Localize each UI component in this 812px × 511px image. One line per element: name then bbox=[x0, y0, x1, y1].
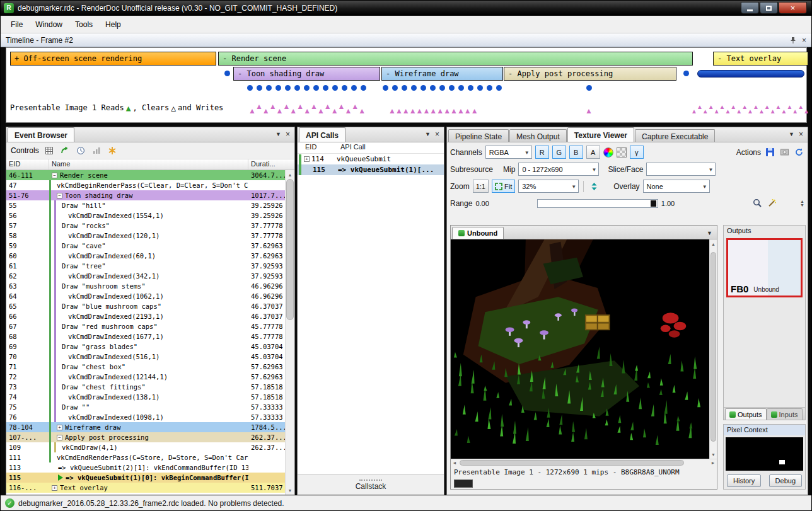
fb0-thumbnail[interactable]: FB0 Unbound bbox=[726, 238, 803, 297]
tab-pipeline-state[interactable]: Pipeline State bbox=[448, 129, 509, 142]
snapshot-icon[interactable] bbox=[779, 147, 790, 158]
tab-event-browser[interactable]: Event Browser bbox=[8, 127, 74, 142]
event-row[interactable]: 60vkCmdDrawIndexed(60,1)37.62963 bbox=[6, 251, 285, 261]
panel-close-icon[interactable]: × bbox=[435, 130, 439, 139]
timeline-bar-post-processing[interactable]: - Apply post processing bbox=[504, 67, 676, 81]
tab-texture-viewer[interactable]: Texture Viewer bbox=[567, 127, 634, 142]
tab-api-calls[interactable]: API Calls bbox=[299, 127, 345, 142]
autofit-wand-icon[interactable] bbox=[766, 198, 777, 209]
color-wheel-icon[interactable] bbox=[603, 147, 613, 158]
event-row[interactable]: 62vkCmdDrawIndexed(342,1)37.92593 bbox=[6, 271, 285, 281]
texture-image[interactable] bbox=[451, 239, 709, 459]
panel-close-icon[interactable]: × bbox=[286, 130, 290, 139]
zoom-combo[interactable]: 32%▼ bbox=[518, 180, 579, 193]
panel-close-icon[interactable]: × bbox=[799, 130, 803, 139]
refresh-icon[interactable] bbox=[793, 147, 804, 158]
event-row[interactable]: 67Draw "red mushroom caps"45.77778 bbox=[6, 321, 285, 331]
scroll-up-icon[interactable]: ▲ bbox=[710, 239, 717, 248]
event-row[interactable]: 64vkCmdDrawIndexed(1062,1)46.96296 bbox=[6, 291, 285, 301]
event-row[interactable]: 109vkCmdDraw(4,1)262.37... bbox=[6, 442, 285, 452]
mip-combo[interactable]: 0 - 1272x690▼ bbox=[518, 163, 599, 176]
panel-menu-icon[interactable]: ▼ bbox=[789, 131, 794, 137]
magnifier-icon[interactable] bbox=[751, 198, 763, 209]
timeline-bar-offscreen[interactable]: + Off-screen scene rendering bbox=[10, 52, 216, 66]
event-row[interactable]: 69Draw "grass blades"45.03704 bbox=[6, 342, 285, 352]
tree-expander[interactable]: − bbox=[57, 435, 62, 440]
channels-combo[interactable]: RGBA▼ bbox=[485, 146, 532, 159]
blue-channel-button[interactable]: B bbox=[569, 146, 583, 159]
tab-capture-executable[interactable]: Capture Executable bbox=[635, 129, 715, 142]
event-row[interactable]: 66vkCmdDrawIndexed(2193,1)46.37037 bbox=[6, 311, 285, 321]
pixel-context-view[interactable] bbox=[726, 437, 803, 471]
flip-y-icon[interactable] bbox=[588, 181, 600, 192]
event-row[interactable]: 111vkCmdEndRenderPass(C=Store, D=Store, … bbox=[6, 452, 285, 462]
event-row[interactable]: 76vkCmdDrawIndexed(1098,1)57.33333 bbox=[6, 412, 285, 422]
range-slider[interactable] bbox=[537, 199, 658, 208]
scroll-up-icon[interactable]: ▲ bbox=[286, 170, 294, 179]
timeline-bar-wireframe[interactable]: - Wireframe draw bbox=[381, 67, 503, 81]
scroll-down-icon[interactable]: ▼ bbox=[286, 486, 294, 495]
statistics-icon[interactable] bbox=[91, 145, 102, 156]
timeline-body[interactable]: + Off-screen scene rendering - Render sc… bbox=[6, 47, 807, 123]
tree-expander[interactable]: − bbox=[52, 173, 57, 178]
menu-file[interactable]: File bbox=[4, 17, 29, 32]
event-row[interactable]: 58vkCmdDrawIndexed(120,1)37.77778 bbox=[6, 231, 285, 241]
splitter-grip[interactable] bbox=[359, 479, 382, 481]
range-slider-handle[interactable] bbox=[651, 200, 656, 207]
event-row[interactable]: 51-76−Toon shading draw1017.7... bbox=[6, 190, 285, 200]
timeline-bar-text-overlay[interactable]: - Text overlay bbox=[713, 52, 808, 66]
event-row[interactable]: 55Draw "hill"39.25926 bbox=[6, 200, 285, 210]
scroll-down-icon[interactable]: ▼ bbox=[710, 450, 717, 459]
range-min-value[interactable]: 0.00 bbox=[475, 200, 489, 207]
debug-button[interactable]: Debug bbox=[769, 474, 802, 487]
minimize-button[interactable] bbox=[741, 2, 759, 14]
checkerboard-icon[interactable] bbox=[617, 147, 627, 158]
event-row[interactable]: 61Draw "tree"37.92593 bbox=[6, 261, 285, 271]
filter-grid-icon[interactable] bbox=[44, 145, 55, 156]
scroll-right-icon[interactable]: ► bbox=[709, 461, 717, 465]
column-eid[interactable]: EID bbox=[6, 159, 49, 169]
tree-expander[interactable]: − bbox=[57, 193, 62, 198]
slice-face-combo[interactable]: ▼ bbox=[646, 163, 716, 176]
event-row[interactable]: 115=> vkQueueSubmit(1)[0]: vkBeginComman… bbox=[6, 473, 285, 483]
api-call-row[interactable]: + 114 vkQueueSubmit bbox=[298, 154, 444, 164]
texture-list-dropdown-icon[interactable]: ▼ bbox=[707, 230, 712, 236]
save-icon[interactable] bbox=[764, 147, 775, 158]
event-row[interactable]: 73Draw "chest fittings"57.18518 bbox=[6, 382, 285, 392]
event-row[interactable]: 57Draw "rocks"37.77778 bbox=[6, 221, 285, 231]
panel-menu-icon[interactable]: ▼ bbox=[425, 131, 431, 137]
event-row[interactable]: 75Draw ""57.33333 bbox=[6, 402, 285, 412]
bookmark-star-icon[interactable] bbox=[107, 145, 118, 156]
range-max-value[interactable]: 1.00 bbox=[661, 200, 675, 207]
event-row[interactable]: 78-104+Wireframe draw1784.5... bbox=[6, 422, 285, 432]
pin-icon[interactable] bbox=[789, 37, 797, 44]
menu-window[interactable]: Window bbox=[29, 17, 69, 32]
overlay-combo[interactable]: None▼ bbox=[643, 180, 710, 193]
alpha-channel-button[interactable]: A bbox=[586, 146, 600, 159]
column-name[interactable]: Name bbox=[49, 159, 248, 169]
maximize-button[interactable] bbox=[760, 2, 778, 14]
green-channel-button[interactable]: G bbox=[552, 146, 566, 159]
goto-eid-icon[interactable] bbox=[59, 145, 71, 156]
column-duration[interactable]: Durati... bbox=[248, 159, 294, 169]
event-row[interactable]: 70vkCmdDrawIndexed(516,1)45.03704 bbox=[6, 352, 285, 362]
event-browser-scrollbar[interactable]: ▲ ▼ bbox=[285, 170, 294, 495]
tab-mesh-output[interactable]: Mesh Output bbox=[509, 129, 567, 142]
gamma-button[interactable]: γ bbox=[630, 146, 644, 159]
event-row[interactable]: 107-...−Apply post processing262.37... bbox=[6, 432, 285, 442]
close-button[interactable]: × bbox=[779, 2, 807, 14]
menu-tools[interactable]: Tools bbox=[69, 17, 99, 32]
event-row[interactable]: 46-111−Render scene3064.7... bbox=[6, 170, 285, 180]
column-eid[interactable]: EID bbox=[298, 142, 338, 153]
texture-tab-unbound[interactable]: Unbound bbox=[452, 227, 504, 239]
tab-outputs[interactable]: Outputs bbox=[725, 408, 767, 420]
time-draws-icon[interactable] bbox=[75, 145, 86, 156]
event-row[interactable]: 72vkCmdDrawIndexed(12144,1)57.62963 bbox=[6, 372, 285, 382]
timeline-bar-toon-shading[interactable]: - Toon shading draw bbox=[233, 67, 380, 81]
event-row[interactable]: 116-...+Text overlay511.7037 bbox=[6, 483, 285, 493]
event-row[interactable]: 71Draw "chest box"57.62963 bbox=[6, 362, 285, 372]
event-row[interactable]: 56vkCmdDrawIndexed(1554,1)39.25926 bbox=[6, 210, 285, 221]
event-row[interactable]: 47vkCmdBeginRenderPass(C=Clear, D=Clear,… bbox=[6, 180, 285, 190]
zoom-1to1-button[interactable]: 1:1 bbox=[473, 180, 489, 193]
timeline-bar-render-scene[interactable]: - Render scene bbox=[218, 52, 693, 66]
